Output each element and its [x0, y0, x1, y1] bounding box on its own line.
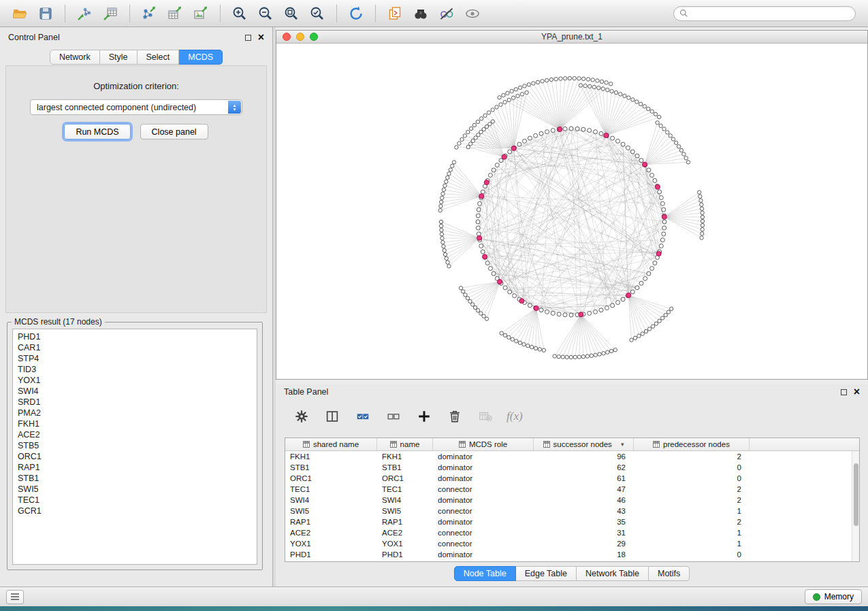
eye-icon: [464, 5, 481, 22]
mcds-result-item[interactable]: RAP1: [18, 462, 257, 473]
column-header-mcds-role[interactable]: MCDS role: [433, 438, 534, 450]
tab-motifs[interactable]: Motifs: [649, 566, 690, 581]
mcds-result-item[interactable]: PMA2: [18, 408, 257, 418]
mcds-result-item[interactable]: YOX1: [18, 375, 257, 386]
toolbar-separator: [336, 5, 337, 22]
close-panel-icon[interactable]: ×: [258, 34, 264, 41]
status-menu-button[interactable]: [6, 590, 24, 604]
select-all-button[interactable]: [353, 407, 372, 426]
run-mcds-button[interactable]: Run MCDS: [64, 124, 130, 139]
mcds-result-item[interactable]: PHD1: [18, 331, 257, 342]
export-table-button[interactable]: [162, 3, 188, 24]
window-traffic-lights: [283, 33, 318, 41]
table-row[interactable]: YOX1YOX1connector291: [285, 538, 852, 549]
criterion-dropdown[interactable]: largest connected component (undirected)…: [30, 99, 242, 115]
network-window-title: YPA_prune.txt_1: [276, 32, 867, 42]
table-scrollbar[interactable]: [852, 451, 859, 561]
hide-selected-button[interactable]: [434, 3, 460, 24]
copy-network-button[interactable]: [382, 3, 408, 24]
table-row[interactable]: PHD1PHD1dominator180: [285, 549, 852, 560]
mcds-result-item[interactable]: TEC1: [18, 495, 257, 506]
column-header-name[interactable]: name: [377, 438, 433, 450]
mcds-result-item[interactable]: CAR1: [18, 342, 257, 353]
table-cell: dominator: [433, 496, 534, 504]
tab-network-table[interactable]: Network Table: [577, 566, 649, 581]
mcds-result-item[interactable]: STB5: [18, 440, 257, 451]
delete-table-button-disabled[interactable]: [476, 407, 495, 426]
open-session-button[interactable]: [7, 3, 33, 24]
zoom-in-button[interactable]: [227, 3, 253, 24]
mcds-result-item[interactable]: STB1: [18, 473, 257, 484]
table-row[interactable]: ORC1ORC1dominator610: [285, 473, 852, 484]
tab-node-table[interactable]: Node Table: [454, 566, 516, 581]
search-input[interactable]: [692, 9, 850, 18]
table-cell: PHD1: [377, 550, 433, 559]
column-header-shared-name[interactable]: shared name: [285, 438, 377, 450]
table-cell: STB1: [377, 463, 433, 472]
show-all-button[interactable]: [460, 3, 485, 24]
binoculars-icon: [413, 5, 429, 22]
mcds-result-item[interactable]: ACE2: [18, 429, 257, 440]
mcds-result-item[interactable]: SWI5: [18, 484, 257, 495]
column-header-successor-nodes[interactable]: successor nodes ▾: [534, 438, 634, 450]
mcds-result-list[interactable]: PHD1CAR1STP4TID3YOX1SWI4SRD1PMA2FKH1ACE2…: [12, 329, 257, 565]
table-row[interactable]: RAP1RAP1dominator352: [285, 516, 852, 527]
tab-select[interactable]: Select: [138, 50, 180, 65]
table-cell: 46: [534, 496, 634, 504]
mcds-result-item[interactable]: SWI4: [18, 386, 257, 397]
table-cell: 2: [634, 452, 750, 461]
table-row[interactable]: ACE2ACE2connector311: [285, 527, 852, 538]
delete-column-button[interactable]: [445, 407, 464, 426]
save-session-button[interactable]: [33, 3, 59, 24]
table-row[interactable]: FKH1FKH1dominator962: [285, 451, 852, 462]
mcds-result-item[interactable]: ORC1: [18, 451, 257, 462]
close-mcds-panel-button[interactable]: Close panel: [140, 124, 208, 139]
export-image-button[interactable]: [188, 3, 214, 24]
table-row[interactable]: STB1STB1dominator620: [285, 462, 852, 473]
zoom-out-button[interactable]: [253, 3, 278, 24]
tab-edge-table[interactable]: Edge Table: [516, 566, 577, 581]
mcds-result-item[interactable]: STP4: [18, 353, 257, 364]
mcds-result-item[interactable]: FKH1: [18, 418, 257, 429]
table-cell: 1: [634, 540, 750, 548]
table-settings-button[interactable]: [292, 407, 311, 426]
close-table-panel-icon[interactable]: ×: [854, 389, 860, 395]
search-box[interactable]: [673, 6, 856, 21]
tab-style[interactable]: Style: [100, 50, 138, 65]
table-cell: connector: [433, 507, 534, 515]
refresh-button[interactable]: [343, 3, 369, 24]
function-builder-button[interactable]: f(x): [507, 410, 523, 423]
table-row[interactable]: SWI4SWI4dominator462: [285, 495, 852, 506]
minimize-window-icon[interactable]: [296, 33, 304, 41]
table-column-icon: [543, 441, 550, 448]
float-panel-icon[interactable]: [245, 35, 251, 41]
create-column-button[interactable]: [415, 407, 434, 426]
close-window-icon[interactable]: [283, 33, 291, 41]
mcds-result-item[interactable]: TID3: [18, 364, 257, 375]
import-network-button[interactable]: [71, 3, 97, 24]
open-folder-icon: [12, 5, 28, 22]
zoom-window-icon[interactable]: [310, 33, 318, 41]
zoom-selected-button[interactable]: [304, 3, 330, 24]
find-button[interactable]: [408, 3, 434, 24]
column-header-predecessor-nodes[interactable]: predecessor nodes: [634, 438, 750, 450]
tab-mcds[interactable]: MCDS: [179, 50, 223, 65]
scrollbar-thumb[interactable]: [854, 463, 858, 526]
float-table-panel-icon[interactable]: [841, 389, 847, 395]
network-window-titlebar[interactable]: YPA_prune.txt_1: [276, 31, 867, 44]
mcds-result-item[interactable]: SRD1: [18, 397, 257, 408]
deselect-all-button[interactable]: [384, 407, 403, 426]
import-table-button[interactable]: [97, 3, 123, 24]
table-cell: 0: [634, 463, 750, 472]
zoom-fit-button[interactable]: [278, 3, 304, 24]
export-network-button[interactable]: [136, 3, 162, 24]
mcds-result-item[interactable]: GCR1: [18, 506, 257, 516]
show-columns-button[interactable]: [323, 407, 342, 426]
network-canvas[interactable]: [276, 44, 867, 379]
table-row[interactable]: SWI5SWI5connector431: [285, 506, 852, 516]
tab-network[interactable]: Network: [50, 50, 100, 65]
zoom-in-icon: [231, 5, 248, 22]
table-row[interactable]: TEC1TEC1connector472: [285, 484, 852, 495]
save-icon: [37, 5, 54, 22]
memory-button[interactable]: Memory: [805, 589, 862, 604]
